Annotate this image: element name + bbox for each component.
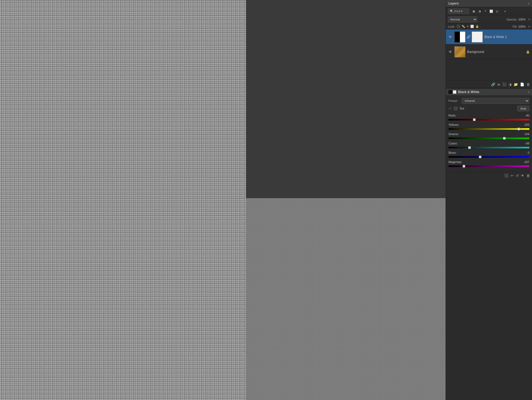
opacity-value[interactable]: 100% [518, 18, 527, 21]
magentas-label: Magentas: [448, 160, 462, 164]
layer-mask-thumbnail [472, 31, 483, 43]
blend-mode-select[interactable]: Normal [448, 16, 477, 22]
layer-name-black-white: Black & White 1 [484, 35, 530, 39]
reds-slider-row: Reds: -40 [448, 114, 529, 122]
layer-thumbnail-background [454, 46, 466, 57]
lock-image-icon[interactable]: ✏️ [462, 25, 465, 28]
magentas-slider-track-wrapper[interactable] [448, 164, 529, 168]
canvas-right-strip [246, 198, 446, 400]
filter-toggle[interactable]: ● [503, 9, 508, 14]
properties-panel-title: Black & White [458, 90, 479, 94]
layer-visibility-black-white[interactable]: 👁 [448, 35, 453, 39]
layer-visibility-background[interactable]: 👁 [448, 49, 453, 54]
lock-artboards-icon[interactable]: ⬜ [470, 25, 474, 28]
auto-button[interactable]: Auto [517, 106, 529, 111]
right-panel: Layers ≡ 🔍 Kind ▾ ▣ ◑ T ⬜ ◎ ● Normal [446, 0, 532, 400]
reds-slider-track-wrapper[interactable] [448, 118, 529, 122]
yellows-slider-track-wrapper[interactable] [448, 127, 529, 131]
magentas-slider-thumb[interactable] [463, 165, 465, 168]
layer-delete-icon[interactable]: 🗑 [526, 82, 530, 86]
reds-slider-thumb[interactable] [473, 118, 476, 121]
layer-item-background[interactable]: 👁 Background 🔒 [446, 44, 532, 59]
layer-new-icon[interactable]: 📄 [520, 82, 524, 86]
blues-slider-track-wrapper[interactable] [448, 155, 529, 159]
reds-label: Reds: [448, 114, 456, 117]
fill-label: Fill: [513, 25, 517, 28]
lock-position-icon[interactable]: ✛ [467, 25, 469, 28]
greens-value[interactable]: 144 [520, 132, 529, 136]
layer-thumbnail-adjustment [454, 31, 466, 43]
properties-toolbar: ⬛ ↩ ↺ 👁 🗑 [446, 172, 532, 179]
layer-item-black-white[interactable]: 👁 🔗 Black & White 1 [446, 30, 532, 44]
layer-mask-icon[interactable]: ⬛ [502, 82, 506, 86]
magentas-slider-row: Magentas: -107 [448, 160, 529, 168]
yellows-value[interactable]: 235 [520, 123, 529, 126]
tint-row: ☞ Tint Auto [448, 106, 529, 111]
reds-value[interactable]: -40 [520, 114, 529, 117]
workspace-background [246, 0, 446, 198]
preset-row: Preset: Infrared [448, 98, 529, 104]
fill-value[interactable]: 100% [518, 25, 527, 28]
lock-all-icon[interactable]: 🔒 [475, 25, 479, 28]
blues-slider-track [448, 156, 529, 158]
lock-transparency-icon[interactable]: ⬛ [456, 25, 460, 28]
layer-name-background: Background [467, 50, 524, 54]
blues-slider-thumb[interactable] [479, 156, 481, 158]
sliders-container: Reds: -40 Yellows: 235 [448, 114, 529, 168]
yellows-slider-row: Yellows: 235 [448, 123, 529, 131]
layer-link-icon: 🔗 [467, 35, 471, 39]
layer-link-tool-icon[interactable]: 🔗 [491, 82, 495, 86]
greens-label-row: Greens: 144 [448, 132, 529, 136]
bw-icon-small [448, 90, 456, 94]
layers-panel: Layers ≡ 🔍 Kind ▾ ▣ ◑ T ⬜ ◎ ● Normal [446, 0, 532, 88]
layer-fx-icon[interactable]: fx [497, 83, 500, 86]
opacity-group: Opacity: 100% ▾ [506, 18, 530, 21]
greens-label: Greens: [448, 132, 459, 136]
lock-row: Lock: ⬛ ✏️ ✛ ⬜ 🔒 Fill: 100% ▾ [446, 24, 532, 30]
properties-panel-menu-icon[interactable]: ≡ [528, 91, 529, 94]
greens-slider-track-wrapper[interactable] [448, 136, 529, 140]
eyedropper-icon[interactable]: ☞ [448, 106, 452, 111]
props-delete-icon[interactable]: 🗑 [526, 174, 530, 178]
cyans-label-row: Cyans: -68 [448, 142, 529, 145]
lock-icons-group: ⬛ ✏️ ✛ ⬜ 🔒 [456, 25, 479, 28]
layers-panel-menu-icon[interactable]: ≡ [528, 2, 529, 5]
adjustment-filter-icon[interactable]: ◑ [477, 9, 482, 14]
cyans-slider-track-wrapper[interactable] [448, 146, 529, 149]
tint-label: Tint [459, 107, 464, 110]
magentas-label-row: Magentas: -107 [448, 160, 529, 164]
tint-checkbox[interactable] [454, 107, 457, 110]
cyans-slider-thumb[interactable] [468, 146, 471, 149]
blues-value[interactable]: -3 [520, 151, 529, 154]
props-clip-icon[interactable]: ⬛ [504, 174, 509, 178]
yellows-slider-thumb[interactable] [517, 128, 520, 130]
layer-group-icon[interactable]: 📁 [514, 82, 518, 86]
magentas-value[interactable]: -107 [520, 160, 529, 164]
greens-slider-track [448, 138, 529, 139]
yellows-label: Yellows: [448, 123, 459, 126]
properties-panel-header: Black & White ≡ [446, 88, 532, 96]
props-visibility-icon[interactable]: 👁 [521, 174, 524, 178]
kind-filter[interactable]: 🔍 Kind ▾ [448, 9, 469, 14]
cyans-slider-row: Cyans: -68 [448, 142, 529, 149]
canvas-strip-texture [246, 198, 446, 400]
layers-panel-title: Layers [448, 2, 459, 5]
properties-panel: Black & White ≡ Preset: Infrared ☞ Tint … [446, 88, 532, 179]
preset-select[interactable]: Infrared [462, 98, 529, 104]
layer-adjustment-icon[interactable]: ◑ [509, 82, 512, 86]
blues-label-row: Blues: -3 [448, 151, 529, 154]
props-previous-icon[interactable]: ↩ [511, 174, 514, 178]
type-filter-icon[interactable]: T [483, 9, 488, 14]
shape-filter-icon[interactable]: ⬜ [489, 9, 494, 14]
greens-slider-thumb[interactable] [503, 137, 506, 140]
pixel-filter-icon[interactable]: ▣ [471, 9, 476, 14]
smart-filter-icon[interactable]: ◎ [495, 9, 500, 14]
chevron-down-icon-opacity: ▾ [529, 18, 530, 21]
props-reset-icon[interactable]: ↺ [516, 174, 519, 178]
greens-slider-row: Greens: 144 [448, 132, 529, 140]
layers-filter-row: 🔍 Kind ▾ ▣ ◑ T ⬜ ◎ ● [446, 7, 532, 15]
filter-icons-group: ▣ ◑ T ⬜ ◎ ● [471, 9, 508, 14]
cyans-value[interactable]: -68 [520, 142, 529, 145]
burlap-texture [0, 0, 246, 400]
fill-group: Fill: 100% ▾ [513, 25, 530, 28]
